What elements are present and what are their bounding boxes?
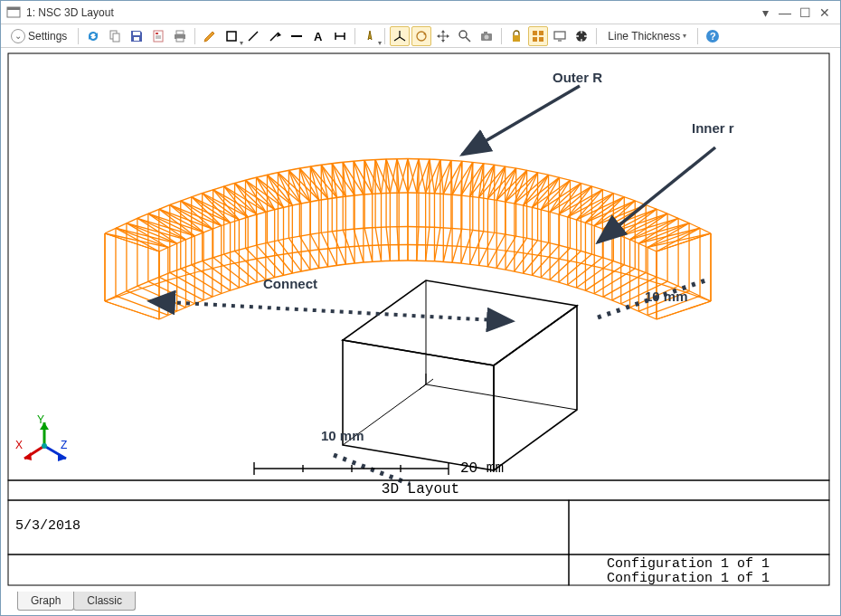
svg-line-150 — [278, 241, 301, 271]
label-inner-r: Inner r — [692, 120, 734, 136]
svg-rect-422 — [569, 500, 829, 554]
line-thickness-button[interactable]: Line Thickness ▾ — [601, 26, 693, 46]
report-button[interactable] — [148, 26, 168, 46]
separator — [354, 28, 355, 44]
svg-line-198 — [364, 228, 373, 261]
svg-point-27 — [459, 31, 467, 38]
svg-line-403 — [150, 301, 512, 321]
toolbar: ⌄ Settings ▾ A ▾ — [1, 24, 840, 48]
tab-graph[interactable]: Graph — [17, 592, 74, 611]
camera-icon — [479, 29, 494, 43]
settings-button[interactable]: ⌄ Settings — [5, 25, 73, 47]
dropdown-button[interactable]: ▾ — [755, 5, 775, 21]
svg-rect-424 — [8, 554, 569, 585]
line-icon — [246, 29, 260, 43]
copy-icon — [108, 29, 122, 43]
svg-line-120 — [224, 254, 257, 282]
app-window-icon — [6, 5, 21, 20]
svg-rect-7 — [156, 33, 158, 34]
maximize-button[interactable]: ☐ — [795, 5, 815, 21]
arrow-button[interactable] — [265, 26, 285, 46]
text-a-icon: A — [311, 29, 326, 43]
monitor-button[interactable] — [550, 26, 570, 46]
svg-line-324 — [559, 254, 591, 282]
svg-text:?: ? — [710, 31, 716, 42]
lock-button[interactable] — [506, 26, 526, 46]
dash-button[interactable] — [287, 26, 307, 46]
svg-line-312 — [541, 248, 570, 277]
grid-icon — [531, 29, 545, 43]
pencil-icon — [203, 29, 217, 43]
separator — [596, 28, 597, 44]
monitor-icon — [553, 29, 567, 43]
svg-line-389 — [657, 233, 711, 251]
camera-button[interactable] — [477, 26, 496, 46]
target-button[interactable] — [572, 26, 591, 46]
svg-point-419 — [42, 443, 47, 449]
svg-line-23 — [400, 37, 405, 41]
svg-line-396 — [426, 384, 577, 410]
close-button[interactable]: ✕ — [815, 5, 835, 21]
svg-rect-4 — [133, 32, 140, 35]
svg-rect-37 — [554, 32, 565, 39]
compass-button[interactable]: ▾ — [360, 26, 380, 46]
svg-line-235 — [430, 159, 435, 194]
viewport-canvas[interactable]: Outer R Inner r Connect 10 mm 10 mm 20 m… — [1, 48, 840, 592]
print-button[interactable] — [170, 26, 190, 46]
svg-line-54 — [105, 301, 159, 319]
svg-line-373 — [638, 218, 678, 243]
svg-rect-32 — [513, 35, 520, 42]
move-button[interactable] — [433, 26, 453, 46]
svg-rect-36 — [539, 37, 543, 42]
dimension-button[interactable] — [330, 26, 350, 46]
chevron-down-icon: ▾ — [378, 39, 382, 47]
svg-rect-35 — [533, 37, 537, 42]
svg-line-240 — [434, 227, 439, 261]
line-thickness-label: Line Thickness — [608, 30, 680, 43]
print-icon — [173, 29, 187, 43]
label-scale: 20 mm — [460, 460, 504, 477]
text-button[interactable]: A — [308, 26, 328, 46]
save-icon — [129, 29, 144, 43]
svg-line-60 — [116, 296, 168, 315]
title-bar: 1: NSC 3D Layout ▾ — ☐ ✕ — [1, 1, 840, 24]
zoom-button[interactable] — [455, 26, 475, 46]
svg-line-253 — [461, 161, 462, 195]
rotate-icon — [414, 29, 429, 43]
svg-line-251 — [452, 161, 462, 194]
line-button[interactable] — [243, 26, 263, 46]
save-button[interactable] — [127, 26, 146, 46]
pencil-button[interactable] — [200, 26, 220, 46]
footer-config1: Configuration 1 of 1 — [607, 556, 770, 572]
report-icon — [151, 29, 165, 43]
svg-rect-5 — [134, 37, 139, 41]
svg-line-132 — [246, 248, 275, 277]
svg-line-138 — [257, 245, 284, 275]
axes3d-button[interactable] — [390, 26, 410, 46]
svg-line-368 — [621, 218, 678, 235]
svg-rect-31 — [484, 32, 487, 33]
minimize-button[interactable]: — — [775, 5, 795, 21]
chevron-down-icon: ▾ — [240, 39, 243, 47]
svg-line-390 — [657, 301, 711, 319]
label-outer-r: Outer R — [553, 70, 602, 85]
rotate-button[interactable] — [411, 26, 431, 46]
target-icon — [574, 29, 589, 43]
zoom-icon — [458, 29, 472, 43]
copy-button[interactable] — [105, 26, 125, 46]
lock-icon — [509, 29, 524, 43]
separator — [697, 28, 698, 44]
refresh-button[interactable] — [83, 26, 103, 46]
svg-line-197 — [364, 160, 373, 194]
grid-button[interactable] — [528, 26, 548, 46]
square-button[interactable]: ▾ — [222, 26, 241, 46]
svg-line-374 — [630, 223, 690, 240]
footer-caption: 3D Layout — [1, 481, 840, 498]
separator — [501, 28, 502, 44]
compass-icon — [363, 29, 377, 43]
help-icon: ? — [705, 29, 720, 43]
svg-text:A: A — [314, 30, 323, 43]
help-button[interactable]: ? — [703, 26, 723, 46]
svg-marker-392 — [343, 280, 577, 365]
tab-classic[interactable]: Classic — [73, 592, 136, 611]
